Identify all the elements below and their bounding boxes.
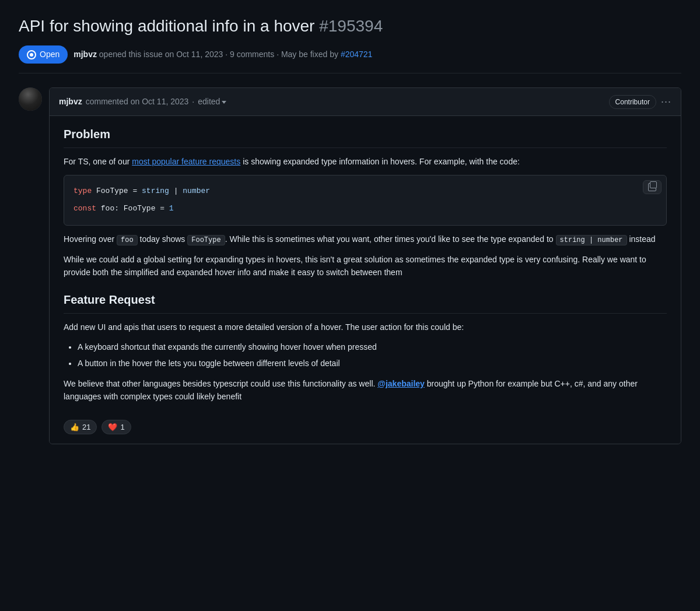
para-4: Add new UI and apis that users to reques… (64, 321, 667, 333)
open-status-badge: Open (19, 45, 68, 64)
para1-post: is showing expanded type information in … (240, 157, 520, 166)
issue-number: #195394 (319, 17, 383, 35)
section-feature-title: Feature Request (64, 291, 667, 314)
code-string-val: string (137, 187, 173, 195)
page-title: API for showing additional info in a hov… (19, 14, 681, 38)
issue-meta: Open mjbvz opened this issue on Oct 11, … (19, 45, 681, 73)
para1-pre: For TS, one of our (64, 157, 132, 166)
para-5: We believe that other languages besides … (64, 377, 667, 403)
comment-author: mjbvz (59, 96, 82, 108)
para-1: For TS, one of our most popular feature … (64, 155, 667, 168)
edited-text: edited (198, 96, 220, 108)
inline-code-string-number: string | number (556, 235, 627, 245)
code-1-val: 1 (164, 204, 174, 213)
popular-feature-requests-link[interactable]: most popular feature requests (132, 157, 240, 166)
comment-date: commented on Oct 11, 2023 (86, 96, 189, 108)
code-foo-name: foo: FooType (96, 204, 160, 213)
heart-reaction[interactable]: ❤️ 1 (102, 420, 131, 434)
issue-author: mjbvz (74, 50, 97, 59)
para2-end: instead (627, 234, 656, 244)
copy-icon (648, 183, 656, 191)
bullet-2: A button in the hover the lets you toggl… (78, 357, 667, 370)
thumbs-up-reaction[interactable]: 👍 21 (64, 420, 97, 434)
para-3: While we could add a global setting for … (64, 253, 667, 279)
title-text: API for showing additional info in a hov… (19, 17, 314, 35)
reactions-row: 👍 21 ❤️ 1 (64, 413, 667, 434)
thumbs-up-count: 21 (82, 423, 90, 431)
comment-header: mjbvz commented on Oct 11, 2023 · edited… (50, 88, 681, 116)
status-label: Open (40, 48, 60, 61)
inline-code-footype: FooType (187, 235, 225, 245)
code-number-val: number (178, 187, 210, 195)
edited-dropdown[interactable]: edited (198, 96, 226, 108)
code-footype-name: FooType (92, 187, 132, 195)
mention-jakebailey[interactable]: @jakebailey (377, 379, 425, 388)
chevron-down-icon (222, 101, 226, 104)
comment-body: Problem For TS, one of our most popular … (50, 116, 681, 444)
keyword-const: const (74, 204, 96, 213)
avatar (19, 87, 42, 111)
heart-count: 1 (120, 423, 124, 431)
para2-pre: Hovering over (64, 234, 117, 244)
open-circle-icon (27, 50, 36, 59)
heart-emoji: ❤️ (108, 423, 117, 431)
comment-header-right: Contributor ··· (609, 94, 671, 110)
bullet-1: A keyboard shortcut that expands the cur… (78, 340, 667, 353)
keyword-type: type (74, 187, 92, 195)
para5-pre: We believe that other languages besides … (64, 379, 377, 388)
comment-section: mjbvz commented on Oct 11, 2023 · edited… (19, 87, 681, 444)
fixed-by-link[interactable]: #204721 (341, 50, 373, 59)
code-line-2: const foo: FooType = 1 (74, 202, 657, 215)
comment-header-left: mjbvz commented on Oct 11, 2023 · edited (59, 96, 226, 108)
copy-code-button[interactable] (643, 180, 662, 194)
thumbs-up-emoji: 👍 (70, 423, 79, 431)
avatar-image (19, 87, 42, 111)
comment-box: mjbvz commented on Oct 11, 2023 · edited… (49, 87, 681, 444)
code-block: type FooType = string | number const foo… (64, 175, 667, 225)
inline-code-foo: foo (117, 235, 138, 245)
contributor-badge: Contributor (609, 95, 656, 109)
code-equals-2: = (160, 204, 164, 213)
para2-post: . While this is sometimes what you want,… (225, 234, 556, 244)
more-options-button[interactable]: ··· (661, 94, 671, 110)
section-problem-title: Problem (64, 125, 667, 148)
meta-text: mjbvz opened this issue on Oct 11, 2023 … (74, 48, 372, 61)
feature-list: A keyboard shortcut that expands the cur… (78, 340, 667, 370)
code-line-1: type FooType = string | number (74, 185, 657, 198)
para-2: Hovering over foo today shows FooType. W… (64, 233, 667, 246)
para2-mid: today shows (138, 234, 188, 244)
edited-separator: · (192, 96, 194, 108)
